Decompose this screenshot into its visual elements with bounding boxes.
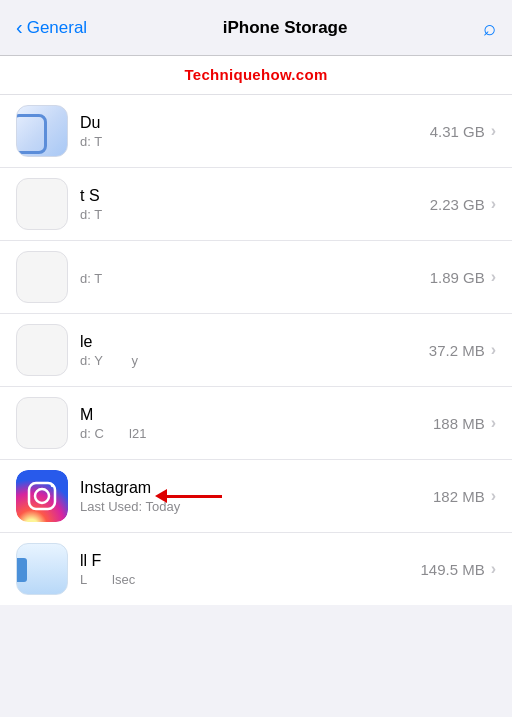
back-chevron-icon: ‹ [16,16,23,39]
app-size: 188 MB [433,415,485,432]
back-label: General [27,18,87,38]
svg-rect-0 [16,470,68,522]
arrow-annotation [155,489,332,503]
app-sub: L lsec [80,572,408,587]
watermark-text: Techniquehow.com [184,66,327,83]
app-size-area: 4.31 GB › [430,122,496,140]
app-name: Du [80,114,418,132]
nav-bar: ‹ General iPhone Storage ⌕ [0,0,512,56]
app-info: ll F L lsec [68,552,420,587]
app-sub: d: T [80,207,418,222]
list-item[interactable]: Du d: T 4.31 GB › [0,95,512,168]
app-sub: d: Y y [80,353,417,368]
app-icon [16,251,68,303]
arrow-line [167,495,222,498]
search-icon[interactable]: ⌕ [483,15,496,41]
list-item[interactable]: t S d: T 2.23 GB › [0,168,512,241]
app-icon [16,543,68,595]
app-size: 37.2 MB [429,342,485,359]
app-name: ll F [80,552,408,570]
app-name: M [80,406,421,424]
app-size-area: 2.23 GB › [430,195,496,213]
list-item[interactable]: le d: Y y 37.2 MB › [0,314,512,387]
chevron-right-icon: › [491,268,496,286]
page-title: iPhone Storage [223,18,348,38]
app-size: 1.89 GB [430,269,485,286]
back-button[interactable]: ‹ General [16,17,87,39]
app-sub: d: T [80,134,418,149]
app-list: Du d: T 4.31 GB › t S d: T 2.23 GB › d: … [0,95,512,605]
app-size-area: 37.2 MB › [429,341,496,359]
chevron-right-icon: › [491,487,496,505]
app-size-area: 149.5 MB › [420,560,496,578]
app-icon [16,324,68,376]
watermark-banner: Techniquehow.com [0,56,512,95]
app-size: 2.23 GB [430,196,485,213]
instagram-list-item[interactable]: Instagram Last Used: Today 182 MB › [0,460,512,533]
arrow-head-icon [155,489,167,503]
app-info: t S d: T [68,187,430,222]
list-item[interactable]: d: T 1.89 GB › [0,241,512,314]
chevron-right-icon: › [491,122,496,140]
app-size-area: 188 MB › [433,414,496,432]
app-icon [16,105,68,157]
app-icon [16,397,68,449]
app-name: le [80,333,417,351]
app-size: 4.31 GB [430,123,485,140]
app-info: M d: C l21 [68,406,433,441]
app-sub: d: T [80,271,418,286]
app-size-area: 1.89 GB › [430,268,496,286]
app-icon [16,178,68,230]
app-info: le d: Y y [68,333,429,368]
chevron-right-icon: › [491,195,496,213]
chevron-right-icon: › [491,341,496,359]
app-size-area: 182 MB › [433,487,496,505]
chevron-right-icon: › [491,414,496,432]
app-sub: d: C l21 [80,426,421,441]
app-info: d: T [68,269,430,286]
list-item[interactable]: M d: C l21 188 MB › [0,387,512,460]
app-name: t S [80,187,418,205]
list-item[interactable]: ll F L lsec 149.5 MB › [0,533,512,605]
app-size: 182 MB [433,488,485,505]
svg-point-3 [51,484,55,488]
app-size: 149.5 MB [420,561,484,578]
instagram-icon [16,470,68,522]
app-info: Du d: T [68,114,430,149]
chevron-right-icon: › [491,560,496,578]
